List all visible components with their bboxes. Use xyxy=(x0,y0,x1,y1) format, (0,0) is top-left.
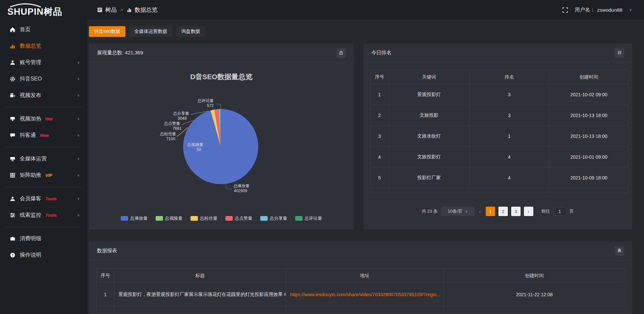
impressions-total: 展现量总数: 421,369 xyxy=(97,50,143,56)
cell-keyword: 投影灯厂家 xyxy=(389,167,470,188)
cell-rank: 4 xyxy=(470,167,549,188)
sidebar-item-label: 抖客通 xyxy=(20,132,36,139)
cell-rank: 3 xyxy=(470,105,549,126)
legend-item-fans[interactable]: 总粉丝量 xyxy=(191,215,217,221)
tab-all-media-data[interactable]: 全媒体运营数据 xyxy=(129,26,172,37)
ranking-table: 序号 关键词 排名 创建时间 1 景观投影灯 3 2021-10-02 09:0… xyxy=(370,70,629,193)
sidebar-item-data-overview[interactable]: 数据总览 xyxy=(0,38,87,54)
sidebar-item-video-publish[interactable]: 视频发布 ∨ xyxy=(0,87,87,104)
home-icon xyxy=(9,27,15,33)
daily-view-button[interactable]: 日 xyxy=(615,48,624,58)
table-row[interactable]: 1 景观投影灯 3 2021-10-02 09:00 xyxy=(371,84,629,105)
tab-inquiry-data[interactable]: 询盘数据 xyxy=(176,26,205,37)
page-size-select[interactable]: 10条/页 ∨ xyxy=(441,207,475,216)
table-row[interactable]: 3 文旅水纹灯 1 2021-10-13 18:00 xyxy=(371,126,629,147)
legend-swatch xyxy=(295,216,303,221)
sidebar-item-douyin-seo[interactable]: 抖音SEO ∨ xyxy=(0,71,87,87)
app-logo[interactable]: SHUPIN树品 xyxy=(7,4,62,16)
gear-icon xyxy=(9,76,15,82)
sidebar-item-label: 视频加热 xyxy=(20,115,41,122)
sidebar-item-video-heat[interactable]: 视频加热 Hot ∨ xyxy=(0,111,87,127)
sidebar-item-member-burst[interactable]: 会员爆客 Tools ∨ xyxy=(0,191,87,207)
table-row-partial xyxy=(97,306,625,314)
table-row[interactable]: 2 文旅投影 3 2021-10-13 18:00 xyxy=(371,105,629,126)
breadcrumb-item-home[interactable]: 树品 xyxy=(105,6,117,14)
chevron-down-icon: ∨ xyxy=(77,117,80,121)
breadcrumb-item-current[interactable]: 数据总览 xyxy=(135,6,158,14)
page-size-value: 10条/页 xyxy=(448,208,463,214)
wallet-icon xyxy=(9,236,15,242)
sidebar-item-lead-monitor[interactable]: 线索监控 Tools ∨ xyxy=(0,207,87,223)
legend-item-shares[interactable]: 总分享量 xyxy=(260,215,287,221)
chart-title: D音SEO数据量总览 xyxy=(190,73,253,81)
table-row[interactable]: 1 景观投影灯，夜游景观投影灯厂家展示展示落花灯在花园里的灯光投影应用效果 # … xyxy=(97,283,625,306)
cell-time: 2021-10-02 09:00 xyxy=(549,84,629,105)
table-view-button[interactable]: 表 xyxy=(615,246,624,256)
sidebar-item-label: 线索监控 xyxy=(20,212,41,219)
chevron-down-icon: ∨ xyxy=(77,157,80,161)
sidebar-item-account[interactable]: 账号管理 ∨ xyxy=(0,54,87,71)
username-value[interactable]: zswodun88 xyxy=(597,7,623,13)
cell-no: 4 xyxy=(371,147,389,167)
cell-keyword: 文旅投影灯 xyxy=(389,147,470,167)
sidebar-item-matrix-boost[interactable]: 矩阵助推 VIP ∨ xyxy=(0,167,87,184)
table-header-row: 序号 标题 地址 创建时间 xyxy=(97,269,625,283)
video-camera-icon xyxy=(9,93,15,99)
ranking-title: 今日排名 xyxy=(371,50,391,56)
page-button-2[interactable]: 2 xyxy=(498,207,508,216)
tools-badge: Tools xyxy=(45,196,57,201)
page-button-3[interactable]: 3 xyxy=(511,207,521,216)
legend-item-likes[interactable]: 总点赞量 xyxy=(225,215,252,221)
brand-square-icon xyxy=(97,7,102,12)
prev-page-icon[interactable]: ‹ xyxy=(478,209,482,214)
question-circle-icon: ? xyxy=(9,252,15,258)
tab-douyin-seo-data[interactable]: 抖音seo数据 xyxy=(89,26,125,37)
username-label: 用户名： xyxy=(575,7,595,13)
chevron-down-icon: ∨ xyxy=(77,133,80,138)
grid-icon xyxy=(9,172,15,178)
col-header-url: 地址 xyxy=(286,269,444,283)
monitor-icon xyxy=(9,156,15,162)
chevron-down-icon[interactable]: ∨ xyxy=(629,8,632,12)
cell-keyword: 文旅投影 xyxy=(389,105,470,126)
chart-panel: 展现量总数: 421,369 总 D音SEO数据量总览 总评论量 572 总分享… xyxy=(89,44,354,229)
cell-no: 1 xyxy=(371,84,389,105)
fullscreen-icon[interactable] xyxy=(562,7,568,13)
chevron-down-icon: ∨ xyxy=(77,197,80,201)
sidebar-item-label: 首页 xyxy=(20,26,31,33)
legend-label: 总粉丝量 xyxy=(200,215,217,221)
pie-label-shares: 总分享量 xyxy=(173,111,189,116)
goto-page-input[interactable] xyxy=(553,207,566,216)
sidebar-item-consumption[interactable]: 消费明细 xyxy=(0,230,87,247)
sidebar-item-label: 数据总览 xyxy=(20,43,41,50)
col-header-keyword: 关键词 xyxy=(389,70,470,84)
next-page-button[interactable]: › xyxy=(524,207,533,216)
sidebar-item-doukettong[interactable]: 抖客通 New ∨ xyxy=(0,127,87,144)
legend-item-plays[interactable]: 总播放量 xyxy=(121,215,148,221)
cell-no: 2 xyxy=(371,105,389,126)
legend-label: 总分享量 xyxy=(270,215,287,221)
goto-suffix: 页 xyxy=(570,208,574,214)
legend-item-videos[interactable]: 总视频量 xyxy=(156,215,182,221)
total-view-button[interactable]: 总 xyxy=(336,48,346,58)
table-row[interactable]: 4 文旅投影灯 4 2021-10-01 09:00 xyxy=(371,147,629,167)
cell-time: 2021-10-01 09:00 xyxy=(549,147,629,167)
sidebar-item-home[interactable]: 首页 xyxy=(0,21,87,38)
tab-bar: 抖音seo数据 全媒体运营数据 询盘数据 xyxy=(89,26,205,37)
pie-value-videos: 58 xyxy=(197,147,201,152)
sidebar-item-label: 全媒体运营 xyxy=(20,155,47,162)
legend-label: 总点赞量 xyxy=(235,215,252,221)
topbar-right: 用户名： zswodun88 ∨ xyxy=(562,7,632,13)
sidebar-item-all-media[interactable]: 全媒体运营 ∨ xyxy=(0,151,87,167)
chevron-down-icon: ∨ xyxy=(77,77,80,81)
cell-url-link[interactable]: https://www.iesdouyin.com/share/video/70… xyxy=(286,283,444,306)
col-header-no: 序号 xyxy=(97,269,114,283)
svg-text:?: ? xyxy=(11,253,13,257)
sidebar-item-instructions[interactable]: ? 操作说明 xyxy=(0,247,87,263)
table-row[interactable]: 5 投影灯厂家 4 2021-10-09 18:00 xyxy=(371,167,629,188)
legend-item-comments[interactable]: 总评论量 xyxy=(295,215,322,221)
sidebar-item-label: 账号管理 xyxy=(20,59,41,66)
page-button-1[interactable]: 1 xyxy=(486,207,495,216)
sidebar-item-label: 矩阵助推 xyxy=(20,172,41,179)
chevron-down-icon: ∨ xyxy=(77,213,80,217)
